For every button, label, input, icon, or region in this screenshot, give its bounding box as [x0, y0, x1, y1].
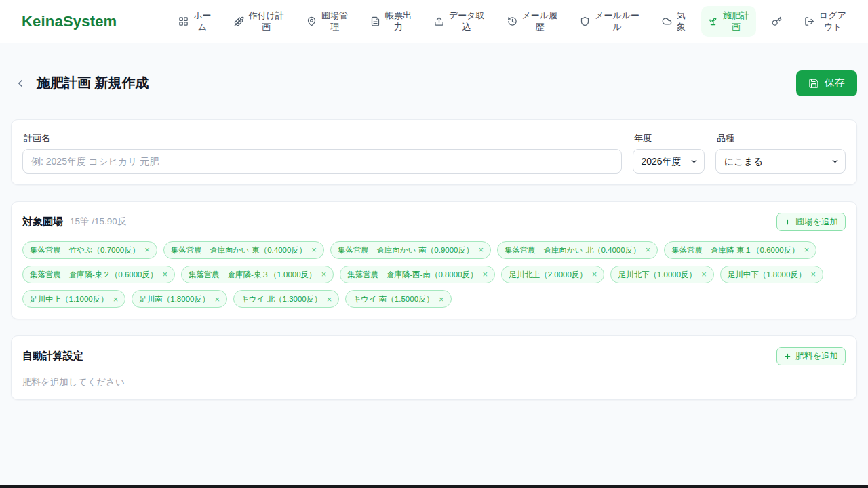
plus-icon	[784, 352, 791, 360]
nav-item-label: 帳票出 力	[385, 10, 412, 33]
nav-item-key[interactable]	[765, 12, 789, 30]
wheat-icon	[234, 16, 244, 26]
close-icon[interactable]: ×	[214, 295, 220, 304]
nav-item-field-management[interactable]: 圃場管 理	[300, 6, 355, 37]
nav-item-label: データ取 込	[449, 10, 485, 33]
field-tag: 足川北上（2.0000反）×	[501, 266, 604, 283]
nav-item-label: ホー ム	[193, 10, 211, 33]
close-icon[interactable]: ×	[113, 295, 119, 304]
bottom-edge-bar	[0, 485, 868, 488]
field-tags: 集落営農 竹やぶ（0.7000反）×集落営農 倉庫向かい-東（0.4000反）×…	[22, 241, 846, 308]
close-icon[interactable]: ×	[592, 270, 597, 279]
field-tag-label: 集落営農 倉庫向かい-南（0.9000反）	[338, 245, 474, 256]
close-icon[interactable]: ×	[646, 245, 651, 254]
field-tag-label: 足川中上（1.1000反）	[30, 293, 108, 304]
field-tag: 集落営農 倉庫向かい-南（0.9000反）×	[330, 241, 491, 259]
nav-item-label: ログア ウト	[819, 10, 846, 33]
save-button[interactable]: 保存	[796, 70, 857, 96]
year-field: 年度 2026年度	[633, 131, 705, 174]
field-tag: 足川中上（1.1000反）×	[22, 290, 125, 308]
shield-icon	[580, 16, 590, 26]
add-fertilizer-button-label: 肥料を追加	[795, 350, 838, 362]
close-icon[interactable]: ×	[479, 245, 484, 254]
auto-calc-card: 自動計算設定 肥料を追加 肥料を追加してください	[11, 336, 857, 400]
field-tag: 集落営農 倉庫隣-西-南（0.8000反）×	[340, 266, 495, 283]
close-icon[interactable]: ×	[804, 245, 810, 254]
field-tag: 集落営農 倉庫向かい-北（0.4000反）×	[497, 241, 658, 259]
fertilizer-empty-text: 肥料を追加してください	[22, 376, 846, 388]
close-icon[interactable]: ×	[327, 295, 332, 304]
variety-select[interactable]: にこまる	[715, 149, 846, 174]
history-icon	[507, 16, 517, 26]
variety-label: 品種	[717, 132, 846, 144]
page-head: 施肥計画 新規作成 保存	[11, 65, 857, 102]
save-button-label: 保存	[825, 77, 845, 89]
target-fields-title: 対象圃場	[22, 216, 63, 228]
app-header: KeinaSystem ホー ム作付け計 画圃場管 理帳票出 力データ取 込メー…	[0, 0, 868, 43]
plus-icon	[784, 218, 791, 226]
nav-item-mail-rules[interactable]: メールルー ル	[573, 6, 646, 37]
plan-name-input[interactable]	[22, 149, 622, 174]
auto-calc-title: 自動計算設定	[22, 350, 83, 363]
close-icon[interactable]: ×	[311, 245, 317, 254]
nav-item-label: 施肥計 画	[723, 10, 749, 33]
field-tag-label: 集落営農 倉庫隣-東１（0.6000反）	[671, 245, 800, 256]
nav-item-mail-history[interactable]: メール履 歴	[500, 6, 565, 37]
back-button[interactable]	[11, 74, 30, 93]
field-tag: キウイ 北（1.3000反）×	[233, 290, 339, 308]
document-icon	[370, 16, 380, 26]
year-select[interactable]: 2026年度	[633, 149, 705, 174]
close-icon[interactable]: ×	[439, 295, 444, 304]
field-tag: 集落営農 倉庫向かい-東（0.4000反）×	[163, 241, 324, 259]
nav-item-label: 作付け計 画	[249, 10, 284, 33]
field-tag: 集落営農 倉庫隣-東１（0.6000反）×	[664, 241, 816, 259]
field-tag-label: 集落営農 倉庫向かい-北（0.4000反）	[505, 245, 641, 256]
field-tag-label: 集落営農 倉庫隣-西-南（0.8000反）	[347, 269, 477, 280]
upload-icon	[434, 16, 444, 26]
brand-logo: KeinaSystem	[22, 13, 117, 30]
field-tag: 足川南（1.8000反）×	[132, 290, 227, 308]
nav-item-weather[interactable]: 気 象	[655, 6, 692, 37]
nav-item-planting-plan[interactable]: 作付け計 画	[227, 6, 291, 37]
nav-item-home[interactable]: ホー ム	[172, 6, 218, 37]
plan-name-label: 計画名	[24, 132, 622, 144]
cloud-icon	[662, 16, 672, 26]
close-icon[interactable]: ×	[163, 270, 168, 279]
close-icon[interactable]: ×	[701, 270, 707, 279]
field-tag-label: キウイ 南（1.5000反）	[353, 293, 434, 304]
plan-name-field: 計画名	[22, 131, 622, 174]
field-tag-label: 足川北上（2.0000反）	[509, 269, 587, 280]
grid-icon	[178, 16, 189, 26]
close-icon[interactable]: ×	[483, 270, 488, 279]
page-content: 施肥計画 新規作成 保存 計画名 年度 2026年度	[0, 65, 868, 400]
logout-icon	[804, 16, 814, 26]
add-fertilizer-button[interactable]: 肥料を追加	[776, 347, 846, 365]
field-tag: キウイ 南（1.5000反）×	[345, 290, 451, 308]
field-tag-label: 集落営農 倉庫隣-東３（1.0000反）	[189, 269, 317, 280]
nav-item-logout[interactable]: ログア ウト	[797, 6, 853, 37]
year-label: 年度	[634, 132, 705, 144]
chevron-left-icon	[14, 77, 26, 89]
add-field-button-label: 圃場を追加	[795, 216, 838, 228]
save-icon	[808, 78, 819, 89]
field-tag: 集落営農 倉庫隣-東２（0.6000反）×	[22, 266, 175, 283]
nav-item-fertilization-plan[interactable]: 施肥計 画	[701, 6, 756, 37]
field-tag-label: 足川中下（1.8000反）	[728, 269, 806, 280]
field-tag-label: キウイ 北（1.3000反）	[241, 293, 322, 304]
nav-item-report-output[interactable]: 帳票出 力	[363, 6, 418, 37]
nav-item-label: 気 象	[677, 10, 686, 33]
field-tag: 足川中下（1.8000反）×	[720, 266, 823, 283]
close-icon[interactable]: ×	[810, 270, 816, 279]
key-icon	[772, 16, 782, 26]
field-tag-label: 集落営農 倉庫隣-東２（0.6000反）	[30, 269, 158, 280]
add-field-button[interactable]: 圃場を追加	[776, 213, 846, 231]
map-pin-icon	[307, 16, 317, 26]
nav-item-label: メール履 歴	[522, 10, 558, 33]
close-icon[interactable]: ×	[321, 270, 327, 279]
nav-item-label: メールルー ル	[595, 10, 639, 33]
close-icon[interactable]: ×	[144, 245, 150, 254]
field-tag-label: 足川南（1.8000反）	[139, 293, 210, 304]
nav-item-data-import[interactable]: データ取 込	[427, 6, 492, 37]
plan-form-card: 計画名 年度 2026年度 品種 にこまる	[11, 119, 857, 185]
sprout-icon	[708, 16, 718, 26]
